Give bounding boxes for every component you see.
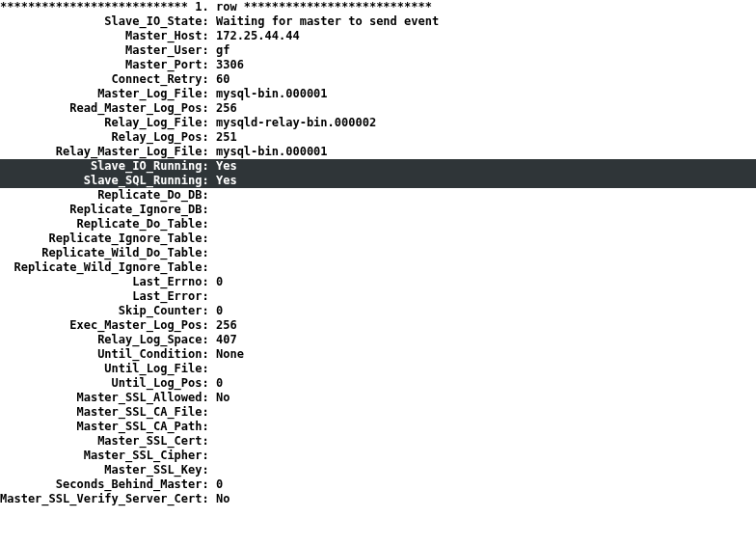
field-master_ssl_ca_path: Master_SSL_CA_Path: [0, 420, 756, 434]
field-seconds_behind_master: Seconds_Behind_Master: 0 [0, 477, 756, 492]
field-master_user: Master_User: gf [0, 43, 756, 58]
field-exec_master_log_pos: Exec_Master_Log_Pos: 256 [0, 318, 756, 333]
field-replicate_wild_do_table: Replicate_Wild_Do_Table: [0, 246, 756, 260]
field-replicate_do_table: Replicate_Do_Table: [0, 217, 756, 232]
field-replicate_ignore_table: Replicate_Ignore_Table: [0, 232, 756, 246]
field-master_ssl_cipher: Master_SSL_Cipher: [0, 449, 756, 463]
field-replicate_ignore_db: Replicate_Ignore_DB: [0, 203, 756, 217]
field-replicate_wild_ignore_table: Replicate_Wild_Ignore_Table: [0, 260, 756, 275]
field-relay_log_space: Relay_Log_Space: 407 [0, 333, 756, 347]
field-master_log_file: Master_Log_File: mysql-bin.000001 [0, 87, 756, 101]
field-read_master_log_pos: Read_Master_Log_Pos: 256 [0, 101, 756, 116]
field-slave_sql_running: Slave_SQL_Running: Yes [0, 174, 756, 188]
field-skip_counter: Skip_Counter: 0 [0, 304, 756, 318]
field-connect_retry: Connect_Retry: 60 [0, 72, 756, 87]
field-relay_log_pos: Relay_Log_Pos: 251 [0, 130, 756, 145]
field-master_port: Master_Port: 3306 [0, 58, 756, 72]
field-master_host: Master_Host: 172.25.44.44 [0, 29, 756, 43]
field-master_ssl_ca_file: Master_SSL_CA_File: [0, 405, 756, 420]
field-relay_master_log_file: Relay_Master_Log_File: mysql-bin.000001 [0, 145, 756, 159]
field-replicate_do_db: Replicate_Do_DB: [0, 188, 756, 203]
field-master_ssl_verify_server_cert: Master_SSL_Verify_Server_Cert: No [0, 492, 756, 506]
row-header: *************************** 1. row *****… [0, 0, 756, 14]
field-slave_io_running: Slave_IO_Running: Yes [0, 159, 756, 174]
field-last_error: Last_Error: [0, 289, 756, 304]
field-relay_log_file: Relay_Log_File: mysqld-relay-bin.000002 [0, 116, 756, 130]
field-slave_io_state: Slave_IO_State: Waiting for master to se… [0, 14, 756, 29]
field-until_log_file: Until_Log_File: [0, 362, 756, 376]
field-master_ssl_key: Master_SSL_Key: [0, 463, 756, 477]
field-last_errno: Last_Errno: 0 [0, 275, 756, 289]
field-until_log_pos: Until_Log_Pos: 0 [0, 376, 756, 391]
field-master_ssl_allowed: Master_SSL_Allowed: No [0, 391, 756, 405]
mysql-slave-status-output: *************************** 1. row *****… [0, 0, 756, 506]
field-until_condition: Until_Condition: None [0, 347, 756, 362]
field-master_ssl_cert: Master_SSL_Cert: [0, 434, 756, 449]
